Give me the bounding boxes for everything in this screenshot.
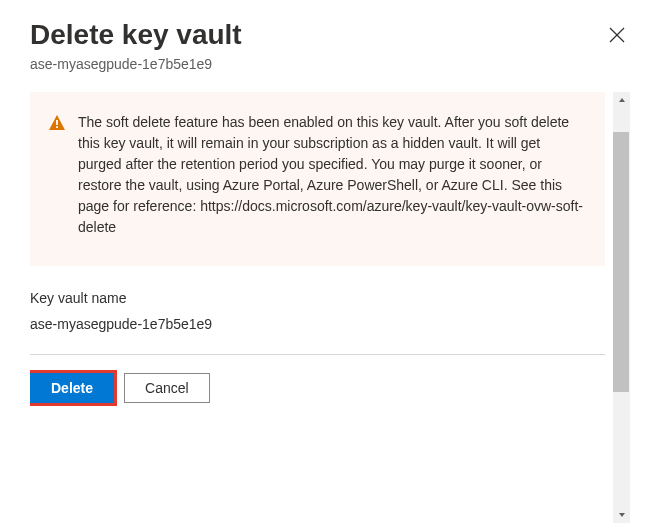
panel-footer: Delete Cancel (30, 373, 605, 417)
warning-text: The soft delete feature has been enabled… (78, 112, 583, 238)
svg-rect-2 (56, 120, 58, 125)
close-icon (608, 26, 626, 47)
cancel-button[interactable]: Cancel (124, 373, 210, 403)
delete-button[interactable]: Delete (30, 373, 114, 403)
key-vault-name-value: ase-myasegpude-1e7b5e1e9 (30, 316, 605, 332)
close-button[interactable] (604, 22, 630, 51)
divider (30, 354, 605, 355)
panel-subtitle: ase-myasegpude-1e7b5e1e9 (30, 56, 630, 72)
scroll-up-arrow[interactable] (613, 92, 630, 109)
scroll-area: The soft delete feature has been enabled… (30, 92, 630, 523)
warning-icon (48, 114, 66, 238)
scrollbar[interactable] (613, 92, 630, 523)
delete-key-vault-panel: Delete key vault ase-myasegpude-1e7b5e1e… (0, 0, 654, 523)
panel-title: Delete key vault (30, 18, 242, 52)
scroll-down-arrow[interactable] (613, 506, 630, 523)
scrollbar-thumb[interactable] (613, 132, 629, 392)
svg-rect-3 (56, 126, 58, 128)
panel-content: The soft delete feature has been enabled… (30, 92, 613, 523)
warning-box: The soft delete feature has been enabled… (30, 92, 605, 266)
panel-header: Delete key vault (30, 18, 630, 52)
key-vault-name-label: Key vault name (30, 290, 605, 306)
